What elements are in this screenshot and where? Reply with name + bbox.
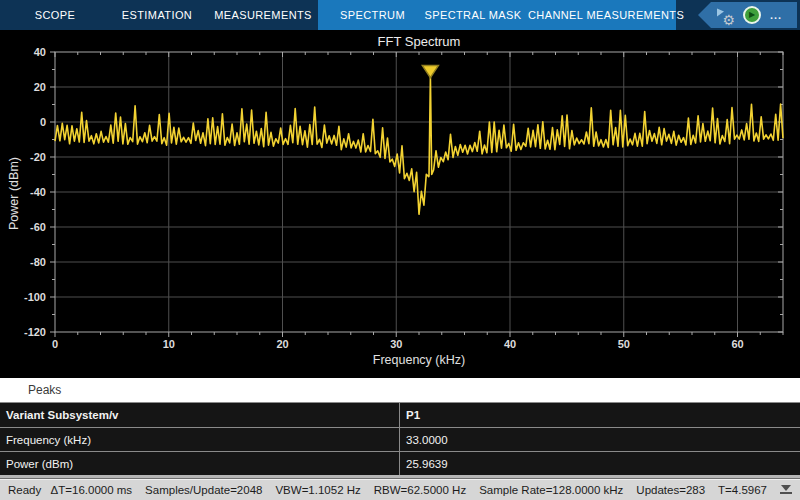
- fft-plot[interactable]: 010203040506040200-20-40-60-80-100-120: [0, 30, 800, 378]
- x-tick-label: 30: [390, 338, 402, 350]
- spectrum-trace: [55, 77, 783, 215]
- toolstrip-tabbar: SCOPE ESTIMATION MEASUREMENTS SPECTRUM S…: [0, 0, 800, 30]
- triangle-down-icon: [781, 485, 791, 491]
- peaks-row-power-label: Power (dBm): [0, 452, 400, 475]
- status-updates: Updates=283: [636, 484, 705, 496]
- y-tick-label: 20: [34, 81, 46, 93]
- gear-icon: ⚙: [722, 13, 735, 27]
- peaks-table-header-row: Variant Subsystem/v P1: [0, 403, 800, 428]
- x-tick-label: 10: [163, 338, 175, 350]
- status-bar: Ready ΔT=16.0000 ms Samples/Update=2048 …: [0, 478, 800, 500]
- toolbar-actions-badge: ⚙ ▶ ...: [698, 2, 797, 28]
- status-samples-update: Samples/Update=2048: [145, 484, 262, 496]
- peaks-row-frequency-label: Frequency (kHz): [0, 428, 400, 451]
- peaks-header-p1: P1: [400, 403, 800, 427]
- y-tick-label: -40: [30, 186, 46, 198]
- y-axis-label: Power (dBm): [7, 134, 22, 254]
- y-tick-label: -80: [30, 256, 46, 268]
- peaks-table: Variant Subsystem/v P1 Frequency (kHz) 3…: [0, 402, 800, 476]
- tab-channel-measurements[interactable]: CHANNEL MEASUREMENTS: [528, 0, 678, 30]
- x-axis-label: Frequency (kHz): [55, 353, 783, 367]
- x-tick-label: 40: [504, 338, 516, 350]
- y-tick-label: -120: [24, 326, 46, 338]
- x-tick-label: 50: [618, 338, 630, 350]
- x-tick-label: 0: [52, 338, 58, 350]
- simulate-settings-icon[interactable]: ⚙: [716, 6, 734, 24]
- status-delta-t: ΔT=16.0000 ms: [51, 484, 133, 496]
- run-button[interactable]: ▶: [743, 6, 761, 24]
- more-options-button[interactable]: ...: [770, 2, 782, 28]
- spectrum-analyzer-window: SCOPE ESTIMATION MEASUREMENTS SPECTRUM S…: [0, 0, 800, 500]
- table-row[interactable]: Power (dBm) 25.9639: [0, 452, 800, 476]
- tab-estimation[interactable]: ESTIMATION: [112, 0, 202, 30]
- tab-spectrum[interactable]: SPECTRUM: [330, 0, 415, 30]
- status-time: T=4.5967: [718, 484, 767, 496]
- y-tick-label: -100: [24, 291, 46, 303]
- peaks-panel-title: Peaks: [0, 378, 800, 402]
- tab-spectral-mask[interactable]: SPECTRAL MASK: [423, 0, 523, 30]
- collapse-statusbar-icon[interactable]: [780, 485, 792, 494]
- y-tick-label: 40: [34, 46, 46, 58]
- y-tick-label: -60: [30, 221, 46, 233]
- y-tick-label: 0: [40, 116, 46, 128]
- peaks-row-frequency-value: 33.0000: [400, 428, 800, 451]
- x-tick-label: 60: [731, 338, 743, 350]
- triangle-underline: [780, 492, 792, 494]
- status-rbw: RBW=62.5000 Hz: [374, 484, 466, 496]
- status-ready: Ready: [8, 484, 51, 496]
- peaks-row-power-value: 25.9639: [400, 452, 800, 475]
- status-vbw: VBW=1.1052 Hz: [275, 484, 360, 496]
- x-tick-label: 20: [276, 338, 288, 350]
- y-tick-label: -20: [30, 151, 46, 163]
- status-sample-rate: Sample Rate=128.0000 kHz: [479, 484, 623, 496]
- tab-measurements[interactable]: MEASUREMENTS: [208, 0, 318, 30]
- peaks-header-source: Variant Subsystem/v: [0, 403, 400, 427]
- peaks-panel: Peaks Variant Subsystem/v P1 Frequency (…: [0, 378, 800, 478]
- table-row[interactable]: Frequency (kHz) 33.0000: [0, 428, 800, 452]
- chart-area: FFT Spectrum 010203040506040200-20-40-60…: [0, 30, 800, 378]
- peak-marker-icon[interactable]: [422, 66, 438, 78]
- tab-scope[interactable]: SCOPE: [20, 0, 90, 30]
